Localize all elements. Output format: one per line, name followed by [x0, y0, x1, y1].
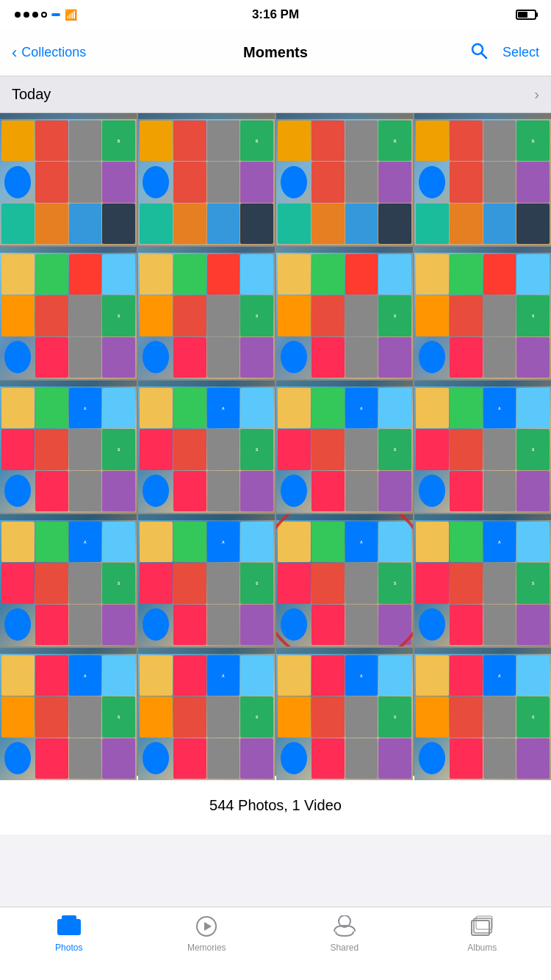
signal-dots — [15, 12, 47, 18]
tab-memories[interactable]: Memories — [138, 913, 276, 953]
tab-bar: Photos Memories Shared — [0, 907, 551, 980]
albums-tab-icon — [469, 913, 495, 940]
photo-cell-2-3[interactable]: AS — [414, 381, 551, 513]
svg-line-1 — [481, 54, 486, 59]
photo-cell-3-0[interactable]: AS — [0, 514, 137, 646]
photo-cell-2-0[interactable]: AS — [0, 381, 137, 513]
photo-cell-3-2[interactable]: A S — [276, 514, 413, 646]
shared-tab-label: Shared — [330, 943, 359, 953]
status-bar: 📶 3:16 PM — [0, 0, 551, 29]
dot2 — [24, 12, 29, 18]
today-chevron-icon: › — [534, 86, 539, 103]
albums-tab-label: Albums — [467, 943, 497, 953]
battery-fill — [518, 12, 527, 18]
back-button[interactable]: ‹ Collections — [12, 43, 86, 62]
photo-cell-2-2[interactable]: AS — [276, 381, 413, 513]
nav-bar: ‹ Collections Moments Select — [0, 29, 551, 76]
photos-tab-label: Photos — [55, 943, 82, 953]
carrier-box — [51, 13, 60, 16]
dot3 — [32, 12, 38, 18]
search-button[interactable] — [470, 42, 488, 63]
photos-count-text: 544 Photos, 1 Video — [209, 797, 342, 814]
nav-right-actions: Select — [470, 42, 539, 63]
today-header[interactable]: Today › — [0, 76, 551, 113]
photo-cell-4-0[interactable]: AS — [0, 648, 137, 780]
photo-grid: S S — [0, 113, 551, 776]
photo-cell-1-3[interactable]: S — [414, 247, 551, 379]
photo-cell-0-2[interactable]: S — [276, 113, 413, 245]
photo-cell-4-1[interactable]: AS — [138, 648, 275, 780]
tab-photos[interactable]: Photos — [0, 913, 138, 953]
photos-tab-icon — [56, 913, 82, 940]
today-label: Today — [12, 86, 51, 103]
status-time: 3:16 PM — [252, 7, 299, 22]
photo-cell-0-1[interactable]: S — [138, 113, 275, 245]
tab-albums[interactable]: Albums — [414, 913, 552, 953]
photo-cell-2-1[interactable]: AS — [138, 381, 275, 513]
status-left: 📶 — [15, 9, 77, 21]
back-label: Collections — [21, 45, 86, 60]
photo-cell-1-1[interactable]: S — [138, 247, 275, 379]
memories-tab-icon — [193, 913, 220, 940]
photo-cell-3-1[interactable]: AS — [138, 514, 275, 646]
memories-tab-label: Memories — [187, 943, 226, 953]
photo-cell-1-0[interactable]: S — [0, 247, 137, 379]
svg-rect-2 — [57, 919, 81, 935]
svg-marker-5 — [204, 922, 212, 931]
battery-icon — [516, 10, 536, 20]
dot1 — [15, 12, 21, 18]
status-right — [516, 10, 536, 20]
back-chevron-icon: ‹ — [12, 43, 17, 62]
photo-cell-0-3[interactable]: S — [414, 113, 551, 245]
tab-shared[interactable]: Shared — [276, 913, 414, 953]
select-button[interactable]: Select — [503, 45, 539, 60]
dot4 — [41, 12, 47, 18]
photos-count: 544 Photos, 1 Video — [0, 776, 551, 835]
photo-cell-1-2[interactable]: S — [276, 247, 413, 379]
svg-rect-3 — [62, 915, 76, 921]
photo-cell-3-3[interactable]: AS — [414, 514, 551, 646]
wifi-icon: 📶 — [65, 9, 77, 21]
photo-cell-0-0[interactable]: S — [0, 113, 137, 245]
photo-cell-4-2[interactable]: AS — [276, 648, 413, 780]
page-title: Moments — [243, 44, 308, 61]
photo-cell-4-3[interactable]: AS — [414, 648, 551, 780]
shared-tab-icon — [331, 913, 358, 940]
